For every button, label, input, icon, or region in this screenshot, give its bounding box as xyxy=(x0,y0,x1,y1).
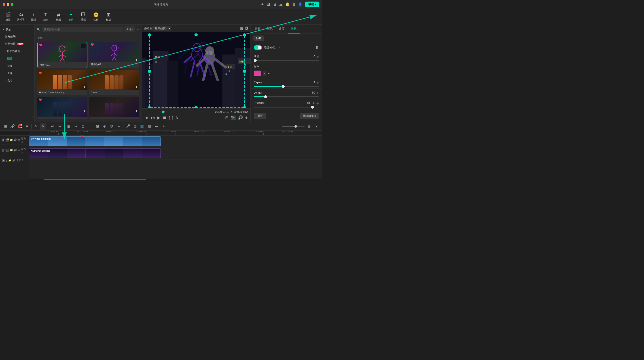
download-icon-3[interactable]: ⬇ xyxy=(135,85,138,89)
playhead[interactable]: ✂ xyxy=(82,136,82,178)
diamond-opacity[interactable]: ◆ xyxy=(316,101,319,105)
toolbar-item-effects[interactable]: ✦ 效果 xyxy=(65,11,77,23)
tl-magnet-btn[interactable]: 🧲 xyxy=(16,123,23,130)
reset-button[interactable]: 重置 xyxy=(254,113,266,119)
track-audio-vol-icon[interactable]: 🔊 xyxy=(12,159,16,162)
tab-speed[interactable]: 速度 xyxy=(276,24,288,33)
toolbar-item-transition[interactable]: ⇄ 轉場 xyxy=(52,11,64,23)
tl-undo-btn[interactable]: ↩ xyxy=(49,123,56,130)
play-button[interactable]: ▶ xyxy=(157,115,160,120)
quality-select[interactable]: 最高品質 xyxy=(152,26,171,31)
slider-track-length[interactable] xyxy=(254,96,319,97)
color-dropdown-btn[interactable]: ▾ xyxy=(263,71,266,76)
effect-card-3[interactable]: ⬇ Clone 1 xyxy=(89,70,139,95)
color-swatch[interactable] xyxy=(254,71,261,76)
tl-grid-btn[interactable]: ⊞ xyxy=(306,123,312,130)
tl-crop-btn[interactable]: ⊡ xyxy=(80,123,86,130)
tl-overlay-btn[interactable]: ⊟ xyxy=(146,123,152,130)
stop-button[interactable]: ⏹ xyxy=(162,115,166,120)
sub-tab-video[interactable]: 影片 xyxy=(253,35,264,41)
track1-folder-icon[interactable]: 📁 xyxy=(10,149,13,152)
sidebar-item-clone[interactable]: 克隆 xyxy=(1,55,33,62)
search-input[interactable] xyxy=(42,27,123,32)
effect-card-4[interactable]: ❤️ ⬇ xyxy=(37,97,88,119)
more-options-icon[interactable]: ••• xyxy=(137,28,140,31)
download-icon-5[interactable]: ⬇ xyxy=(135,109,138,113)
rewind-button[interactable]: ⏮ xyxy=(145,115,149,120)
clip-video1[interactable]: wallhaven-9mg388 xyxy=(29,149,161,158)
slider-thumb-length[interactable] xyxy=(264,95,267,98)
export-button[interactable]: 導出 ▾ xyxy=(305,1,319,7)
slider-track-speed[interactable] xyxy=(254,60,319,61)
sidebar-item-emotion[interactable]: 情緒 xyxy=(1,77,33,84)
track-audio-folder-icon[interactable]: 📁 xyxy=(8,159,12,162)
toolbar-item-filters[interactable]: 🎞 濾鏡 xyxy=(78,11,89,22)
snapshot-icon[interactable]: 🖼 xyxy=(266,2,270,6)
tl-text-btn[interactable]: T xyxy=(87,123,93,130)
tl-transform-btn[interactable]: ⊠ xyxy=(94,123,100,130)
edit-icon[interactable]: ✎ xyxy=(278,46,281,49)
slider-thumb-repeat[interactable] xyxy=(282,85,285,88)
tl-cut-btn[interactable]: ✂ xyxy=(73,123,79,130)
tab-effects[interactable]: 效果 xyxy=(288,24,300,33)
download-icon[interactable]: ☁ xyxy=(279,2,283,6)
grid-icon[interactable]: ⊞ xyxy=(292,2,296,6)
tl-pip-track-btn[interactable]: 📺 xyxy=(139,123,145,130)
track-folder-icon[interactable]: 📁 xyxy=(10,139,13,141)
zoom-thumb[interactable] xyxy=(294,125,297,128)
delete-icon[interactable]: 🗑 xyxy=(315,45,319,50)
track-audio-icon[interactable]: 🔊 xyxy=(14,139,17,141)
sidebar-item-body-effects[interactable]: 身體效果 NEW xyxy=(1,40,33,47)
tl-minus-btn[interactable]: — xyxy=(154,123,160,130)
diamond-speed[interactable]: ◆ xyxy=(316,55,319,58)
tl-timer-btn[interactable]: ⏱ xyxy=(108,123,115,130)
toolbar-item-stickers[interactable]: 😊 貼紙 xyxy=(90,11,102,23)
sidebar-item-video-effects[interactable]: 影片效果 xyxy=(1,33,33,40)
tl-freeze-btn[interactable]: ❄ xyxy=(24,123,30,130)
diamond-length[interactable]: ◆ xyxy=(316,91,319,94)
clip-video2[interactable]: My Video-highlight xyxy=(29,137,161,146)
effect-card-0[interactable]: ❤️ + 殘像光01 xyxy=(37,42,88,68)
tl-options-btn[interactable]: ▾ xyxy=(314,123,320,130)
tab-color[interactable]: 顏色 xyxy=(264,24,276,33)
download-icon-2[interactable]: ⬇ xyxy=(84,85,86,89)
share-icon[interactable]: ✈ xyxy=(261,2,264,6)
sidebar-item-environment[interactable]: 環境 xyxy=(1,70,33,77)
image-view-icon[interactable]: 🖼 xyxy=(245,26,248,31)
slider-track-opacity[interactable] xyxy=(254,107,319,107)
tl-select-btn[interactable]: ↖ xyxy=(33,123,39,130)
tl-audio-record-btn[interactable]: 🎤 xyxy=(125,123,131,130)
slider-thumb-speed[interactable] xyxy=(254,59,257,62)
eyedropper-icon[interactable]: ✒ xyxy=(268,71,270,75)
tl-more-btn[interactable]: » xyxy=(116,123,122,130)
toolbar-item-templates[interactable]: ⊞ 模板 xyxy=(103,11,114,23)
minimize-button[interactable] xyxy=(7,3,10,6)
h-scrollbar-thumb[interactable] xyxy=(44,179,146,180)
tl-cursor-btn[interactable]: ↖ xyxy=(40,123,46,130)
effect-card-1[interactable]: ❤️ ⬇ 殘像光02 xyxy=(89,42,139,68)
progress-bar[interactable] xyxy=(145,112,213,112)
tl-detach-btn[interactable]: ⊡ xyxy=(132,123,138,130)
slider-thumb-opacity[interactable] xyxy=(311,106,314,109)
effect-card-2[interactable]: ❤️ ⬇ Human Clone Shinning xyxy=(37,70,88,95)
step-back-button[interactable]: ⏭ xyxy=(151,115,155,120)
close-button[interactable] xyxy=(3,3,5,6)
track-eye-icon[interactable]: 👁 xyxy=(18,139,20,141)
keyframe-button[interactable]: 關鍵幀面板 xyxy=(300,113,319,119)
mark-in-button[interactable]: { xyxy=(169,116,170,120)
mark-out-button[interactable]: } xyxy=(172,116,173,120)
toolbar-item-library[interactable]: 🗂 素材庫 xyxy=(15,11,26,22)
avatar-icon[interactable]: 👤 xyxy=(298,2,302,6)
sidebar-collapse-btn[interactable]: ‹ xyxy=(32,115,33,118)
effect-toggle[interactable] xyxy=(254,45,262,50)
tl-plus-btn[interactable]: + xyxy=(160,123,167,130)
track1-eye-icon[interactable]: 👁 xyxy=(18,149,20,152)
toolbar-item-media[interactable]: 🎬 媒體 xyxy=(2,11,14,23)
sidebar-item-outline[interactable]: 描邊 xyxy=(1,62,33,69)
slider-track-repeat[interactable] xyxy=(254,86,319,87)
track1-audio-icon[interactable]: 🔊 xyxy=(14,149,17,152)
progress-thumb[interactable] xyxy=(162,111,164,113)
download-icon-4[interactable]: ⬇ xyxy=(84,109,86,113)
maximize-button[interactable] xyxy=(11,3,14,6)
monitor-icon[interactable]: 🖥 xyxy=(273,2,276,6)
